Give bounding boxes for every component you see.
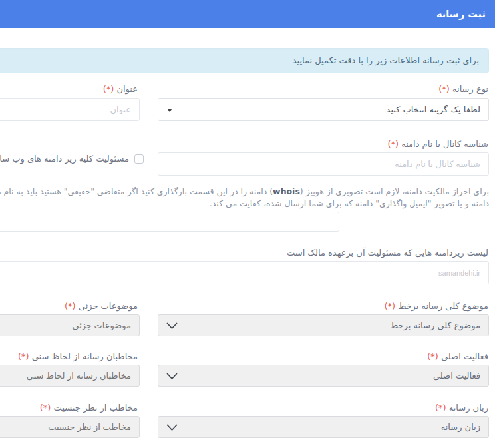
required-asterisk: (*)	[438, 84, 450, 94]
sub-topics-input[interactable]	[0, 314, 140, 336]
channel-id-input[interactable]	[158, 152, 489, 176]
main-topic-label: موضوع کلی رسانه برخط (*)	[384, 301, 488, 311]
info-alert: برای ثبت رسانه اطلاعات زیر را با دقت تکم…	[0, 48, 489, 73]
required-asterisk: (*)	[427, 351, 438, 361]
main-activity-label: فعالیت اصلی (*)	[427, 351, 488, 361]
ownership-proof-input[interactable]	[0, 212, 339, 232]
sub-topics-label: موضوعات جزئی (*)	[65, 301, 138, 311]
subdomain-responsibility-checkbox[interactable]	[134, 154, 144, 164]
language-label: زبان رسانه (*)	[435, 403, 488, 413]
form-content: برای ثبت رسانه اطلاعات زیر را با دقت تکم…	[0, 0, 489, 448]
required-asterisk: (*)	[40, 403, 51, 413]
media-registration-page: ثبت رسانه برای ثبت رسانه اطلاعات زیر را …	[0, 0, 495, 448]
subdomain-responsibility-label: مسئولیت کلیه زیر دامنه های وب سایت، عـ	[0, 154, 129, 164]
media-type-select[interactable]: لطفا یک گزینه انتخاب کنید	[158, 98, 489, 121]
required-asterisk: (*)	[384, 301, 395, 311]
whois-term: whois	[273, 186, 300, 196]
required-asterisk: (*)	[387, 139, 399, 149]
subdomain-list-input[interactable]	[0, 261, 489, 284]
language-select[interactable]: زبان رسانه	[158, 416, 489, 438]
age-audience-label: مخاطبان رسانه از لحاظ سنی (*)	[18, 351, 138, 361]
channel-id-label: شناسه کانال یا نام دامنه (*)	[387, 139, 488, 149]
main-topic-select[interactable]: موضوع کلی رسانه برخط	[158, 314, 489, 336]
caret-down-icon	[167, 109, 172, 112]
subdomain-list-label: لیست زیردامنه هایی که مسئولیت آن برعهده …	[287, 248, 488, 258]
chevron-down-icon	[166, 322, 178, 330]
age-audience-input[interactable]	[0, 365, 140, 387]
title-input[interactable]	[0, 98, 140, 121]
ownership-note-line2: دامنه و یا تصویر "ایمیل واگذاری" دامنه ک…	[0, 198, 489, 210]
ownership-note-line1: برای احراز مالکیت دامنه، لازم است تصویری…	[0, 186, 489, 198]
subdomain-responsibility-row: مسئولیت کلیه زیر دامنه های وب سایت، عـ	[0, 154, 144, 164]
chevron-down-icon	[166, 373, 178, 380]
required-asterisk: (*)	[435, 403, 446, 413]
gender-audience-label: مخاطب از نظر جنسیت (*)	[40, 403, 138, 413]
gender-audience-input[interactable]	[0, 416, 140, 438]
required-asterisk: (*)	[103, 84, 114, 94]
title-label: عنوان (*)	[103, 84, 138, 94]
main-activity-select[interactable]: فعالیت اصلی	[158, 365, 489, 387]
ownership-note: برای احراز مالکیت دامنه، لازم است تصویری…	[0, 186, 489, 210]
media-type-label: نوع رسانه (*)	[438, 84, 488, 94]
required-asterisk: (*)	[18, 351, 29, 361]
required-asterisk: (*)	[65, 301, 76, 311]
chevron-down-icon	[166, 424, 178, 431]
